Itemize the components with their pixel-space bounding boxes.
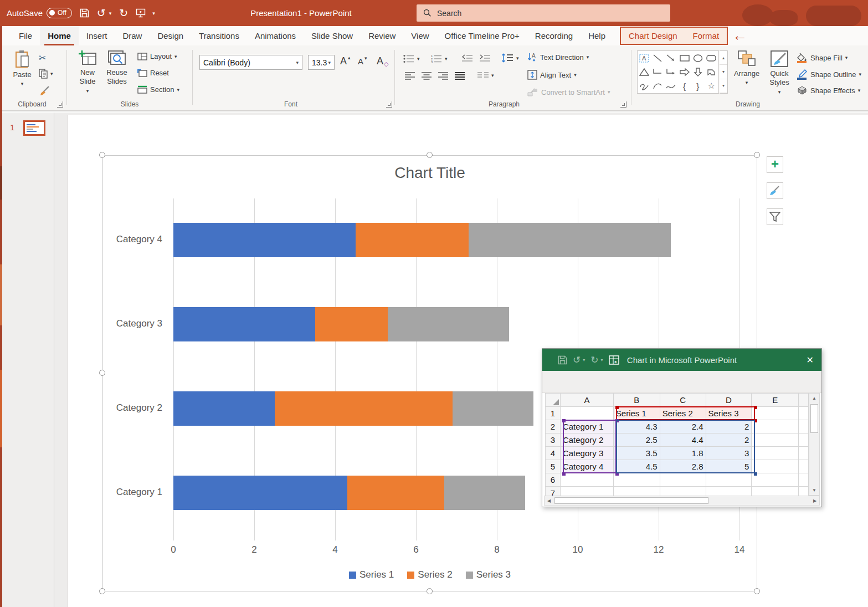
column-header-partial[interactable] (799, 394, 809, 407)
legend-item[interactable]: Series 3 (466, 569, 511, 580)
vertical-scroll-thumb[interactable] (810, 404, 818, 433)
data-window-close-icon[interactable]: ✕ (807, 349, 814, 371)
shape-scroll-down[interactable]: ▾ (720, 65, 727, 79)
reset-button[interactable]: Reset (137, 69, 169, 77)
chart-styles-button[interactable] (767, 182, 783, 199)
cell-D6[interactable] (706, 473, 752, 487)
numbering-button[interactable]: 123 ▾ (431, 54, 448, 63)
font-size-combo[interactable]: 13.3▾ (308, 55, 335, 70)
font-dialog-launcher[interactable] (386, 101, 392, 108)
bar-series-3-category-3[interactable] (388, 307, 509, 341)
shape-scroll-up[interactable]: ▴ (720, 51, 727, 65)
clear-formatting-button[interactable]: A◇ (377, 55, 388, 67)
column-header-b[interactable]: B (613, 394, 660, 407)
cell-C7[interactable] (660, 487, 706, 496)
decrease-indent-button[interactable] (462, 54, 473, 62)
selection-handle[interactable] (754, 419, 757, 422)
redo-icon[interactable]: ↻ (119, 8, 128, 18)
edit-in-excel-icon[interactable]: x (609, 355, 619, 365)
align-text-button[interactable]: Align Text▾ (527, 70, 577, 80)
line-spacing-button[interactable]: ▾ (501, 53, 519, 63)
legend-item[interactable]: Series 1 (349, 569, 394, 580)
horizontal-scrollbar[interactable]: ◀ ▶ (544, 496, 820, 506)
shape-gallery-more[interactable]: ▾ (720, 79, 727, 93)
search-box[interactable] (417, 4, 670, 22)
tab-slide-show[interactable]: Slide Show (304, 26, 361, 45)
shape-effects-button[interactable]: Shape Effects▾ (797, 85, 860, 95)
shape-rounded-rectangle[interactable] (705, 51, 718, 65)
selection-handle[interactable] (754, 472, 757, 476)
tab-view[interactable]: View (403, 26, 436, 45)
shape-left-brace[interactable]: { (678, 79, 691, 93)
quick-styles-button[interactable]: Quick Styles ▾ (766, 50, 793, 95)
cell-B2[interactable]: 4.3 (613, 420, 660, 433)
align-center-button[interactable] (422, 72, 432, 80)
shape-arrow[interactable] (665, 51, 677, 65)
copy-button[interactable]: ▾ (39, 69, 53, 79)
column-header-e[interactable]: E (752, 394, 799, 407)
resize-handle[interactable] (754, 152, 760, 158)
cell-D3[interactable]: 2 (706, 433, 752, 447)
row-header-1[interactable]: 1 (546, 407, 561, 420)
cell-D4[interactable]: 3 (706, 447, 752, 460)
data-redo-icon[interactable]: ↻ (590, 354, 598, 366)
cell-D7[interactable] (706, 487, 752, 496)
selection-handle[interactable] (562, 419, 566, 422)
start-slideshow-icon[interactable] (136, 8, 146, 18)
cell-E2[interactable] (752, 420, 799, 433)
shape-outline-button[interactable]: Shape Outline▾ (797, 69, 861, 80)
shape-oval[interactable] (691, 51, 704, 65)
row-header-7[interactable]: 7 (546, 487, 561, 496)
tab-review[interactable]: Review (361, 26, 403, 45)
cell-E6[interactable] (752, 473, 799, 487)
legend-item[interactable]: Series 2 (407, 569, 452, 580)
tab-animations[interactable]: Animations (247, 26, 304, 45)
selection-handle[interactable] (615, 472, 619, 476)
bar-series-3-category-1[interactable] (444, 476, 525, 510)
select-all-cell[interactable] (546, 394, 561, 407)
data-window-titlebar[interactable]: ↺ ▾ ↻ ▾ x Chart in Microsoft PowerPoint … (542, 349, 821, 371)
shape-elbow-connector[interactable] (651, 65, 664, 79)
resize-handle[interactable] (427, 588, 433, 594)
cell-A6[interactable] (560, 473, 613, 487)
save-icon[interactable] (80, 8, 89, 18)
increase-font-button[interactable]: A▴ (340, 55, 351, 67)
arrange-button[interactable]: Arrange ▾ (732, 50, 761, 86)
cell-A1[interactable] (560, 407, 613, 420)
data-save-icon[interactable] (558, 355, 567, 365)
selection-handle[interactable] (615, 419, 619, 422)
resize-handle[interactable] (754, 588, 760, 594)
format-painter-button[interactable] (39, 85, 50, 96)
shape-elbow-arrow-connector[interactable] (665, 65, 677, 79)
data-undo-chevron-icon[interactable]: ▾ (583, 358, 585, 363)
undo-chevron-icon[interactable]: ▾ (109, 11, 112, 16)
spreadsheet-grid[interactable]: ABCDE1Series 1Series 2Series 32Category … (545, 393, 809, 496)
bar-series-2-category-3[interactable] (315, 307, 388, 341)
search-input[interactable] (437, 9, 636, 18)
autosave-toggle[interactable]: AutoSave Off (7, 8, 72, 18)
bar-series-3-category-2[interactable] (453, 391, 533, 426)
shape-right-arrow[interactable] (678, 65, 691, 79)
chart-filters-button[interactable] (767, 208, 783, 225)
shape-triangle[interactable] (638, 65, 650, 79)
cell-D2[interactable]: 2 (706, 420, 752, 433)
cell-B3[interactable]: 2.5 (613, 433, 660, 447)
shape-fill-button[interactable]: Shape Fill▾ (797, 52, 848, 63)
resize-handle[interactable] (427, 152, 433, 158)
layout-button[interactable]: Layout▾ (137, 52, 177, 60)
shape-arc[interactable] (651, 79, 664, 93)
horizontal-scroll-thumb[interactable] (554, 497, 708, 504)
shape-rectangle[interactable] (678, 51, 691, 65)
bar-series-1-category-1[interactable] (173, 476, 347, 510)
panel-splitter[interactable] (54, 113, 54, 607)
selection-handle[interactable] (754, 406, 757, 409)
column-header-c[interactable]: C (660, 394, 706, 407)
tab-design[interactable]: Design (150, 26, 191, 45)
row-header-6[interactable]: 6 (546, 473, 561, 487)
cell-partial[interactable] (799, 487, 809, 496)
cell-partial[interactable] (799, 420, 809, 433)
cell-C2[interactable]: 2.4 (660, 420, 706, 433)
scroll-right-arrow[interactable]: ▶ (810, 496, 819, 505)
chart-elements-button[interactable]: + (767, 156, 783, 173)
tab-file[interactable]: File (11, 26, 40, 45)
